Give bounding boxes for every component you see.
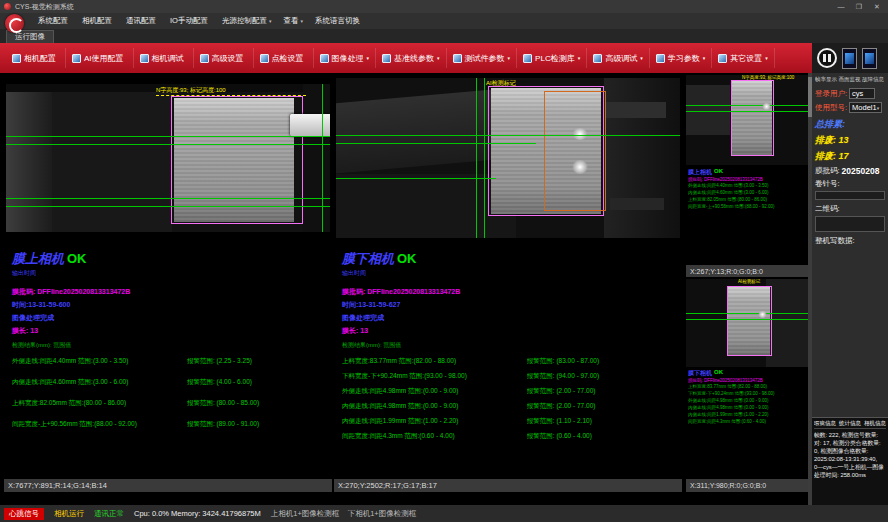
measurement-row: 内侧走线:间距4.98mm 范围:(0.00 - 9.00) 报警范围: (2.…	[342, 402, 678, 411]
camera-running-status: 相机运行	[54, 509, 84, 519]
toolbar-button[interactable]: 相机调试	[134, 48, 194, 68]
status-badge-1: 排废: 13	[815, 134, 885, 147]
menu-item-label: 系统配置	[38, 16, 68, 26]
toolbar-button[interactable]: 点检设置	[254, 48, 314, 68]
menu-item[interactable]: 相机配置	[76, 16, 120, 26]
left-camera-film-length: 膜长: 13	[12, 326, 330, 336]
preview-result-text-1: 膜上相机 OK 膜批码: DFFline2025020813313472B 外侧…	[688, 168, 806, 263]
close-button[interactable]: ✕	[870, 3, 884, 11]
preview-measure-line: 间距宽度-上+90.56mm 范围:(88.00 - 92.00)	[688, 203, 806, 210]
menu-bar: 系统配置 相机配置 通讯配置 IO手动配置 光源控制配置 ▾	[0, 13, 888, 29]
toolbar-button[interactable]: 测试件参数 ▾	[447, 48, 518, 68]
model-select[interactable]: Model1 ▾	[849, 102, 882, 113]
right-camera-image[interactable]: AI检测标记	[336, 78, 680, 238]
measurement-row: 外侧走线:间距4.98mm 范围:(0.00 - 9.00) 报警范围: (2.…	[342, 387, 678, 396]
left-camera-title: 膜上相机	[12, 250, 64, 268]
measure-line	[6, 144, 330, 145]
toolbar-button-icon	[523, 54, 532, 63]
preview-overlay-label: AI检测标记	[738, 279, 760, 284]
menu-item-label: 相机配置	[82, 16, 112, 26]
toolbar-button[interactable]: 高级设置	[194, 48, 254, 68]
main-toolbar: 相机配置 AI使用配置 相机调试 高级设置	[0, 43, 812, 73]
menu-item[interactable]: 系统语言切换	[309, 16, 368, 26]
measurement-value: 内侧走线:间距1.99mm 范围:(1.00 - 2.20)	[342, 417, 527, 426]
toolbar-button[interactable]: 学习参数 ▾	[650, 48, 713, 68]
toolbar-button[interactable]: 其它设置 ▾	[712, 48, 775, 68]
cpu-memory-readout: Cpu: 0.0% Memory: 3424.41796875M	[134, 509, 261, 518]
measurement-row: 外侧走线:间距4.40mm 范围:(3.00 - 3.50) 报警范围: (2.…	[12, 357, 330, 366]
preview-measure-value: 间距宽度-上+90.56mm 范围:(88.00 - 92.00)	[688, 204, 774, 209]
heartbeat-badge[interactable]: 心跳信号	[4, 508, 44, 520]
stats-tab[interactable]: 统计信息	[839, 420, 861, 427]
preview-ok-status: OK	[714, 168, 723, 177]
minimize-button[interactable]: —	[834, 3, 848, 10]
window-title: CYS-视觉检测系统	[15, 2, 830, 12]
preview-measure-line: 上料宽度:83.77mm 范围:(82.00 - 88.00)	[688, 383, 806, 390]
measurement-row: 内侧走线:间距4.60mm 范围:(3.00 - 6.00) 报警范围: (4.…	[12, 378, 330, 387]
toolbar-button-label: AI使用配置	[84, 53, 124, 64]
right-camera-subtitle: 输出时间	[342, 269, 678, 278]
preview-measure-line: 间距宽度:间距4.3mm 范围:(0.60 - 4.00)	[688, 418, 806, 425]
toolbar-button-label: 点检设置	[272, 53, 304, 64]
stats-line: 处理时间: 258.00ms	[814, 471, 886, 479]
menu-item-label: 查看	[283, 16, 298, 26]
qr-code-input[interactable]	[815, 216, 885, 232]
measurement-value: 内侧走线:间距4.98mm 范围:(0.00 - 9.00)	[342, 402, 527, 411]
menu-item[interactable]: 光源控制配置 ▾	[216, 16, 278, 26]
maximize-button[interactable]: ❐	[852, 3, 866, 11]
alarm-range: 报警范围: (2.00 - 77.00)	[527, 387, 678, 396]
right-camera-ok-status: OK	[397, 251, 417, 266]
toolbar-button-icon	[260, 54, 269, 63]
preview-measurements: 上料宽度:83.77mm 范围:(82.00 - 88.00) 下料宽度-下+9…	[688, 383, 806, 425]
right-camera-note: 检测结果(mm): 范围值	[342, 341, 678, 350]
comm-status: 通讯正常	[94, 509, 124, 519]
chevron-down-icon: ▾	[269, 18, 272, 24]
menu-item[interactable]: 通讯配置	[120, 16, 164, 26]
tab-row: 运行图像	[0, 29, 888, 43]
reflection-spot	[572, 128, 588, 140]
alarm-range: 报警范围: (4.00 - 6.00)	[187, 378, 330, 387]
reflection-spot	[758, 311, 767, 318]
menu-item[interactable]: 查看 ▾	[277, 16, 309, 26]
camera-view-button-1[interactable]	[842, 48, 857, 69]
toolbar-button-label: 相机调试	[152, 53, 184, 64]
batch-code-value: 20250208	[842, 166, 880, 176]
measurement-value: 外侧走线:间距4.98mm 范围:(0.00 - 9.00)	[342, 387, 527, 396]
preview-measure-line: 下料宽度-下+90.24mm 范围:(93.00 - 98.00)	[688, 390, 806, 397]
total-label: 总排累:	[815, 118, 885, 131]
roll-number-input[interactable]	[815, 191, 885, 200]
preview-measure-value: 下料宽度-下+90.24mm 范围:(93.00 - 98.00)	[688, 391, 774, 396]
toolbar-button[interactable]: PLC检测库 ▾	[517, 48, 587, 68]
login-user-row: 登录用户: cys	[815, 88, 885, 99]
left-camera-subtitle: 输出时间	[12, 269, 330, 278]
preview-camera-image-1[interactable]: N字高度:93; 标记高度:100	[686, 75, 808, 165]
toolbar-button[interactable]: 图像处理 ▾	[314, 48, 377, 68]
preview-camera-image-2[interactable]: AI检测标记	[686, 279, 808, 367]
chevron-down-icon: ▾	[765, 55, 768, 61]
measurement-row: 间距宽度-上+90.56mm 范围:(88.00 - 92.00) 报警范围: …	[12, 420, 330, 429]
measurement-row: 上料宽度:83.77mm 范围:(82.00 - 88.00) 报警范围: (8…	[342, 357, 678, 366]
menu-item[interactable]: 系统配置	[32, 16, 76, 26]
batch-code-label: 膜批码:	[815, 166, 840, 176]
toolbar-button[interactable]: 基准线参数 ▾	[376, 48, 447, 68]
chevron-down-icon: ▾	[640, 55, 643, 61]
preview-measure-line: 外侧走线:间距4.40mm 范围:(3.00 - 3.50)	[688, 182, 806, 189]
toolbar-button-icon	[382, 54, 391, 63]
stats-tab[interactable]: 相机信息	[864, 420, 886, 427]
toolbar-button-icon	[140, 54, 149, 63]
toolbar-button[interactable]: 高级调试 ▾	[587, 48, 650, 68]
toolbar-button[interactable]: 相机配置	[6, 48, 66, 68]
toolbar-button[interactable]: AI使用配置	[66, 48, 134, 68]
stats-tab[interactable]: 瑕疵信息	[814, 420, 836, 427]
chevron-down-icon: ▾	[437, 55, 440, 61]
preview-measure-value: 间距宽度:间距4.3mm 范围:(0.60 - 4.00)	[688, 419, 766, 424]
left-camera-image[interactable]: N字高度:93; 标记高度:100	[6, 84, 330, 232]
camera-view-button-2[interactable]	[862, 48, 877, 69]
preview-measure-line: 外侧走线:间距4.98mm 范围:(0.00 - 9.00)	[688, 397, 806, 404]
app-logo-icon	[5, 14, 24, 33]
pause-button[interactable]	[817, 48, 837, 68]
alarm-range: 报警范围: (94.00 - 97.00)	[527, 372, 678, 381]
menu-item[interactable]: IO手动配置	[164, 16, 216, 26]
toolbar-button-icon	[320, 54, 329, 63]
left-camera-batch-code: 膜批码: DFFline2025020813313472B	[12, 287, 330, 297]
